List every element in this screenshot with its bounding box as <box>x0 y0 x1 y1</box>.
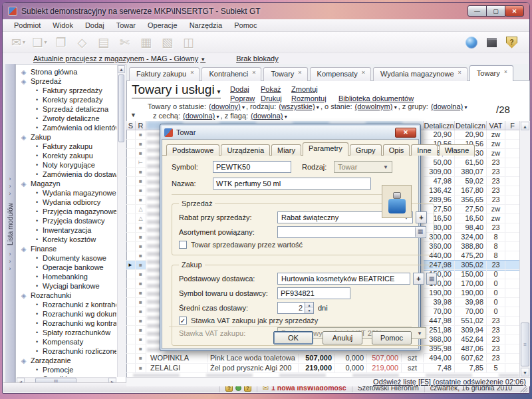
maximize-button[interactable]: ▢ <box>486 5 505 17</box>
sidebar-item[interactable]: • Kompensaty <box>34 337 116 346</box>
scrollbar-thumb[interactable]: ≡ <box>521 323 529 366</box>
scrollbar-thumb[interactable] <box>118 74 124 142</box>
sidebar-item[interactable]: • Sprzedaż detaliczna <box>34 104 116 114</box>
table-row[interactable]: ► ■ <box>126 140 146 149</box>
menu-item[interactable]: Podmiot <box>8 20 47 31</box>
browse-icon[interactable]: ▦ <box>426 273 437 285</box>
rodzaj-select[interactable]: Towar▼ <box>334 161 392 173</box>
toolbar-icon[interactable]: ✄ <box>116 35 134 50</box>
table-row[interactable]: ► ■ <box>126 298 146 307</box>
sidebar-item[interactable]: ◈ Zakup <box>19 132 116 142</box>
table-row[interactable]: 440,00 475,20 8 <box>424 251 519 261</box>
action-link[interactable]: Zmontuj <box>291 85 322 94</box>
sidebar-item[interactable]: • Wydania odbiorcy <box>34 198 116 207</box>
sidebar-item[interactable]: ◈ Magazyn <box>19 179 116 188</box>
sidebar-item[interactable]: • Przyjęcia dostawcy <box>34 216 116 225</box>
library-link[interactable]: Biblioteka dokumentów <box>338 94 414 102</box>
nazwa-input[interactable]: WTK perfumy 50 ml <box>213 178 371 190</box>
table-row[interactable]: ► ■ <box>126 177 146 186</box>
anuluj-button[interactable]: Anuluj <box>323 331 362 344</box>
document-tab[interactable]: Kontrahenci × <box>201 67 261 81</box>
scroll-up-icon[interactable]: ▲ <box>118 65 125 73</box>
toolbar-icon[interactable]: ▤ <box>94 35 112 50</box>
sidebar-item[interactable]: ◈ Finanse <box>19 244 116 253</box>
dialog-tab[interactable]: Parametry <box>303 142 348 156</box>
table-row[interactable]: 395,98 487,06 23 <box>424 344 519 354</box>
czas-dostawy-stepper[interactable]: 2 ▲▼ dni <box>277 302 328 314</box>
toolbar-icon[interactable]: ❏ <box>31 35 49 50</box>
magazine-link[interactable]: Aktualnie pracujesz z magazynem - MAG - … <box>33 55 205 63</box>
table-row[interactable]: ► △ <box>126 214 146 223</box>
close-button[interactable]: ✕ <box>505 5 524 17</box>
dialog-tab[interactable]: Podstawowe <box>166 144 219 156</box>
table-row[interactable]: ► ■ <box>126 242 146 251</box>
sidebar-item[interactable]: • Przyjęcia magazynowe <box>34 207 116 216</box>
dialog-tab[interactable]: Opis <box>383 144 410 156</box>
sidebar-item[interactable]: • Dokumenty kasowe <box>34 253 116 263</box>
add-dostawca-button[interactable]: + <box>413 273 424 285</box>
dialog-title-bar[interactable]: Towar ✕ <box>162 126 419 139</box>
table-row[interactable]: ► ■ <box>126 168 146 177</box>
table-row[interactable]: ► ■ <box>126 223 146 233</box>
help-shield-icon[interactable]: ? <box>506 37 517 49</box>
dialog-tab[interactable]: Miary <box>271 144 301 156</box>
table-row[interactable]: ■ ZELALGI Żel pod prysznic Algi 200 219,… <box>126 364 519 374</box>
asortyment-input[interactable]: ▦ <box>277 226 426 238</box>
table-row[interactable]: 360,00 388,80 8 <box>424 242 519 251</box>
symbol-input[interactable]: PEWTK50 <box>213 161 291 173</box>
table-row[interactable]: ► ■ <box>126 344 146 354</box>
table-row[interactable]: 47,98 59,02 23 <box>424 177 519 186</box>
table-row[interactable]: 27,50 27,50 zw <box>424 205 519 214</box>
sidebar-item[interactable]: • Korekty kosztów <box>34 235 116 244</box>
table-row[interactable]: 50,00 61,50 23 <box>424 158 519 168</box>
filter-segment[interactable]: (dowolna) <box>251 112 287 120</box>
dialog-tab[interactable]: Urządzenia <box>221 144 270 156</box>
czas-dostawy-input[interactable]: 2 <box>277 302 305 314</box>
close-icon[interactable]: × <box>190 69 194 76</box>
chevron-right-icon[interactable]: › <box>9 190 11 198</box>
table-row[interactable]: ► ■ <box>126 279 146 289</box>
table-row[interactable]: ► ■ <box>126 251 146 261</box>
table-row[interactable]: ► ■ <box>126 233 146 242</box>
action-link[interactable]: Dodaj <box>230 85 261 94</box>
table-row[interactable]: ► ■ <box>126 317 146 326</box>
table-row[interactable]: ► ■ <box>126 196 146 205</box>
dialog-tab[interactable]: Grupy <box>350 144 382 156</box>
sidebar-item[interactable]: • Faktury sprzedaży <box>34 86 116 95</box>
refresh-link[interactable]: Odśwież listę [F5] (ostatnie odświeżenie… <box>373 378 526 386</box>
dialog-close-button[interactable]: ✕ <box>395 128 416 138</box>
globe-icon[interactable] <box>466 37 477 49</box>
close-icon[interactable]: × <box>298 69 301 76</box>
table-row[interactable]: 16,50 16,50 zw <box>424 214 519 223</box>
filter-segment[interactable]: Towary o statusie: <box>148 102 206 111</box>
chevron-right-icon[interactable]: › <box>9 258 11 265</box>
menu-item[interactable]: Narzędzia <box>184 20 229 31</box>
scroll-down-icon[interactable]: ▼ <box>521 368 529 376</box>
column-header-r[interactable]: R <box>136 121 146 130</box>
filter-segment[interactable]: (dowolny) <box>209 102 245 111</box>
chevron-right-icon[interactable]: › <box>9 176 11 183</box>
sidebar-item[interactable]: • Homebanking <box>34 272 116 281</box>
close-icon[interactable]: × <box>252 69 255 76</box>
filter-segment[interactable]: (wszystkie) <box>279 102 319 111</box>
table-row[interactable]: 136,42 167,80 23 <box>424 186 519 196</box>
dialog-tab[interactable]: Własne <box>439 144 475 156</box>
minimize-button[interactable]: — <box>467 5 487 17</box>
table-row[interactable]: ► ■ <box>126 261 146 270</box>
toolbar-icon[interactable]: ▧ <box>158 35 176 50</box>
chevron-right-icon[interactable]: › <box>9 251 11 258</box>
sidebar-item[interactable]: • Inwentaryzacja <box>34 225 116 235</box>
toolbar-icon[interactable]: ◫ <box>180 35 198 50</box>
chevron-right-icon[interactable]: › <box>9 183 11 190</box>
sidebar-item[interactable]: • Wydania magazynowe <box>34 188 116 198</box>
scroll-up-icon[interactable]: ▲ <box>521 122 529 130</box>
sidebar-item[interactable]: • Operacje bankowe <box>34 263 116 272</box>
toolbar-icon[interactable]: ❐ <box>52 35 70 50</box>
filter-segment[interactable]: z cechą: <box>153 112 180 120</box>
toolbar-icon[interactable]: ◇ <box>73 35 91 50</box>
document-tab[interactable]: Wydania magazynowe × <box>373 67 467 81</box>
table-row[interactable]: ► ■ <box>126 307 146 317</box>
table-row[interactable]: ► ■ <box>126 289 146 298</box>
sidebar-item[interactable]: • Rozrachunki z kontrahentami <box>34 300 116 309</box>
sidebar-item[interactable]: • Zamówienia do dostawców <box>34 170 116 179</box>
